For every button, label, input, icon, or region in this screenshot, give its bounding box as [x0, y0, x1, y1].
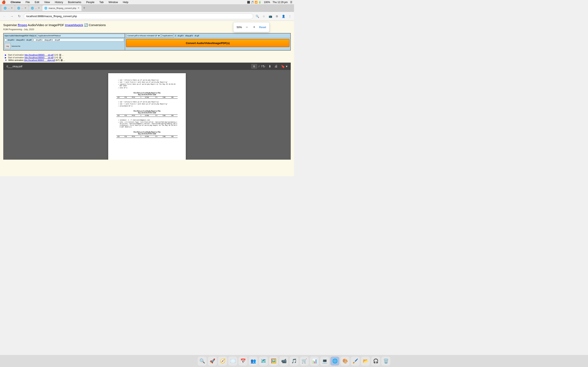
tab-1[interactable]: 🌐 ... ✕ [2, 5, 15, 11]
small-preview: img Selected file [4, 42, 125, 50]
file-name-0: ok.pdf.0 [8, 39, 14, 41]
reload-button[interactable]: ↻ [16, 13, 22, 19]
file-select-input[interactable] [32, 38, 124, 42]
pdf-rotate-button[interactable]: ↻ [263, 64, 265, 68]
back-button[interactable]: ← [2, 13, 7, 19]
notification-icon[interactable]: ☰ [290, 1, 292, 4]
tab-favicon-3: 🌐 [31, 7, 34, 9]
pdf-heading-2: First Date ps-ef world.php Report at Thu… [116, 131, 178, 135]
menu-help[interactable]: Help [122, 0, 129, 4]
log-item-0[interactable]: ▶ Start of animation http://localhost:88… [5, 54, 289, 56]
tabbar: 🌐 ... ✕ 🌐 ... ✕ 🌐 ... ✕ 🌐 macos_ffmpeg_c… [0, 4, 294, 12]
profile-icon[interactable]: 👤 [281, 14, 286, 19]
system-icons: ⬛ 🎵 📶 🔋 [247, 1, 261, 4]
tab-close-active[interactable]: ✕ [78, 7, 79, 9]
menubar-right: ⬛ 🎵 📶 🔋 100% Thu 12:29 pm ☰ [247, 1, 292, 4]
menu-bookmarks[interactable]: Bookmarks [67, 0, 82, 4]
pdf-page-input[interactable] [251, 64, 257, 68]
forward-button[interactable]: → [9, 13, 15, 19]
log-icon-1: 🖼 [59, 57, 61, 59]
log-link-1[interactable]: http://localhost:8888/0___ok.pdf [25, 57, 53, 59]
tab-2[interactable]: 🌐 ... ✕ [15, 5, 28, 11]
file-checkbox-0[interactable] [4, 39, 7, 41]
log-icon-2: 🖼 [61, 59, 63, 61]
tab-label-1: ... [8, 7, 9, 9]
file-name-1: okay.pdf.0 [15, 39, 25, 41]
log-icon-0: 🖼 [59, 54, 61, 56]
pdf-heading-0: First Date ps-ef world.php Report at Thu… [116, 92, 178, 96]
right-panel-container: Convert pdf to Inhouse Animated Gif 0 ok… [125, 33, 290, 50]
tab-close-2[interactable]: ✕ [25, 7, 26, 9]
tab-3[interactable]: 🌐 ... ✕ [29, 5, 42, 11]
heading-imagemagick-link[interactable]: ImageMagick [65, 23, 83, 27]
pdf-bullet-2-0: sendmail -t -f rmetcalk15@gmail.com [118, 119, 178, 121]
menu-file[interactable]: File [25, 0, 31, 4]
pdf-table-0: UIDPIDPPIDCSTIMETTYTIMECMD [116, 96, 178, 99]
pdf-download-button[interactable]: ⬇ [268, 64, 271, 68]
address-input[interactable] [24, 13, 253, 19]
tab-close-3[interactable]: ✕ [38, 7, 40, 9]
addressbar: ← → ↻ 🔍 ☆ 📺 ⚙ 👤 ⋮ 50% − + Reset [0, 12, 294, 21]
zoom-plus-button[interactable]: + [252, 25, 257, 30]
log-link-2[interactable]: http://localhost:8888/0___okay.pdf [24, 59, 55, 61]
pdf-area[interactable]: sed '/[file]/s//Date ps-ef world.php Rep… [3, 70, 291, 160]
input-label: Input Audio/Video/Image/PDF File(s) in [4, 34, 37, 37]
log-item-1[interactable]: ▶ Start of animation http://localhost:88… [5, 57, 289, 59]
addr-right-icons: 🔍 ☆ 📺 ⚙ 👤 ⋮ [255, 14, 292, 19]
zoom-value: 50% [237, 26, 242, 29]
new-tab-button[interactable]: + [82, 6, 87, 11]
settings-icon[interactable]: ⚙ [274, 14, 279, 19]
page-content: Supervise ffmpeg Audio/Video or Image/PD… [0, 21, 294, 176]
file-list-row: ok.pdf.0 okay.pdf.0 ok.pdf [4, 38, 125, 42]
tab-active[interactable]: 🌐 macos_ffmpeg_convert.php ✕ [42, 5, 81, 11]
pdf-section-0: sed '/[file]/s//Date ps-ef world.php Rep… [116, 79, 178, 89]
pdf-print-button[interactable]: 🖨 [274, 64, 278, 68]
output-path-input[interactable] [162, 34, 174, 38]
pdf-table-2: UIDPIDPPIDCSTIMETTYTIMECMD [116, 136, 178, 138]
heading-supervise: Supervise [3, 23, 18, 27]
tab-close-1[interactable]: ✕ [11, 7, 13, 9]
heading-ffmpeg-link[interactable]: ffmpeg [18, 23, 27, 27]
preview-label: Selected file [11, 45, 20, 47]
pdf-bullet-1-2: attachment=$'\n [118, 105, 178, 107]
log-link-0[interactable]: http://localhost:8888/0___ok.pdf [25, 54, 53, 56]
bookmark-icon[interactable]: ☆ [261, 14, 266, 19]
pdf-actions: ↻ ⬇ 🖨 🔖 ▾ [263, 64, 287, 68]
log-item-2[interactable]: ▼ Within animation http://localhost:8888… [5, 59, 289, 61]
control-panel: Input Audio/Video/Image/PDF File(s) in o… [3, 33, 291, 50]
menu-window[interactable]: Window [108, 0, 119, 4]
menu-edit[interactable]: Edit [34, 0, 40, 4]
pdf-bookmark-button[interactable]: 🔖 ▾ [281, 64, 287, 68]
clock: Thu 12:29 pm [273, 1, 288, 4]
zoom-popup: 50% − + Reset [233, 22, 269, 32]
left-panel: Input Audio/Video/Image/PDF File(s) in o… [4, 33, 125, 50]
menu-view[interactable]: View [43, 0, 51, 4]
apple-menu[interactable]: 🍎 [2, 0, 6, 4]
convert-button-row: Convert Audio/Video/Image/PDF(s) [125, 38, 290, 48]
pdf-bullet-0-1: sed '/ with file/s// with Date ps-ef wor… [118, 81, 178, 83]
log-toggle-1[interactable]: ▶ [5, 57, 7, 59]
convert-options-row: Convert pdf to Inhouse Animated Gif 0 ok… [125, 33, 290, 38]
menu-chrome[interactable]: Chrome [10, 0, 21, 4]
pdf-page-total: 7 [261, 65, 262, 68]
file-name-2: ok.pdf [25, 39, 31, 41]
menu-tab[interactable]: Tab [98, 0, 104, 4]
log-toggle-0[interactable]: ▶ [5, 54, 7, 56]
input-path-field[interactable] [37, 34, 125, 38]
convert-type-select[interactable]: Convert pdf to Inhouse Animated Gif [126, 34, 161, 38]
tab-favicon-active: 🌐 [44, 7, 47, 9]
search-icon[interactable]: 🔍 [255, 14, 260, 19]
zoom-minus-button[interactable]: − [244, 25, 249, 30]
pdf-bullet-0-0: sed '/[file]/s//Date ps-ef world.php Rep… [118, 79, 178, 81]
chrome-menu-icon[interactable]: ⋮ [287, 14, 292, 19]
zoom-reset-button[interactable]: Reset [259, 26, 266, 29]
output-sep-3: ok.gif [194, 35, 199, 37]
tab-label-3: ... [35, 7, 37, 9]
log-toggle-2[interactable]: ▼ [5, 59, 7, 61]
heading-conversions: Conversions [88, 23, 106, 27]
menu-history[interactable]: History [54, 0, 64, 4]
cast-icon[interactable]: 📺 [268, 14, 273, 19]
menu-people[interactable]: People [85, 0, 95, 4]
battery-percent: 100% [264, 1, 270, 4]
convert-button[interactable]: Convert Audio/Video/Image/PDF(s) [126, 39, 290, 47]
